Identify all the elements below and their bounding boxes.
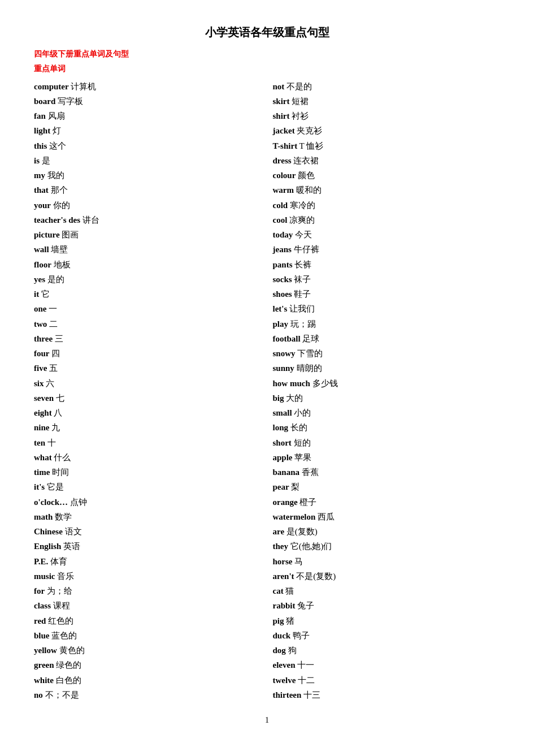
vocab-item: three 三 [34,331,262,346]
vocab-cn: 这个 [49,141,66,150]
vocab-en: is [34,156,40,165]
vocab-en: rabbit [273,601,296,610]
vocab-cn: 六 [46,379,54,388]
vocab-en: banana [273,468,300,477]
vocab-item: duck 鸭子 [273,628,501,643]
vocab-cn: 玩；踢 [290,319,316,329]
vocab-item: cat 猫 [273,584,501,598]
vocab-cn: 十二 [298,676,315,685]
vocab-en: yellow [34,646,57,655]
vocab-en: are [273,527,285,536]
vocab-item: eight 八 [34,405,262,420]
vocab-cn: 夹克衫 [297,126,322,135]
left-column: computer 计算机board 写字板fan 风扇light 灯this 这… [34,79,262,703]
vocab-en: small [273,408,292,417]
vocab-en: your [34,201,51,210]
vocab-en: picture [34,230,60,239]
vocab-en: today [273,230,293,239]
vocab-en: T-shirt [273,141,298,150]
vocab-en: one [34,304,47,313]
vocab-en: nine [34,423,50,432]
vocab-cn: 九 [51,423,60,432]
vocab-cn: 短裙 [292,97,309,106]
vocab-item: white 白色的 [34,673,262,688]
vocab-en: apple [273,453,293,462]
section-title: 四年级下册重点单词及句型 [34,47,500,61]
vocab-cn: 长的 [290,423,307,432]
vocab-item: music 音乐 [34,569,262,584]
vocab-en: time [34,468,50,477]
vocab-cn: 蓝色的 [51,631,77,640]
vocab-cn: 你的 [53,201,70,210]
vocab-cn: 十 [47,438,56,447]
vocab-en: pear [273,482,289,491]
vocab-item: eleven 十一 [273,658,501,672]
vocab-cn: 二 [49,319,58,329]
vocab-cn: 讲台 [83,215,99,224]
vocab-item: sunny 晴朗的 [273,361,501,375]
vocab-item: rabbit 兔子 [273,598,501,613]
vocab-cn: 十一 [297,660,314,669]
vocab-item: what 什么 [34,450,262,465]
vocab-item: today 今天 [273,227,501,242]
vocab-item: green 绿色的 [34,658,262,672]
vocab-item: is 是 [34,153,262,168]
vocab-cn: 图画 [62,230,79,239]
vocab-en: pants [273,260,293,269]
vocab-item: nine 九 [34,420,262,435]
vocab-cn: 凉爽的 [289,215,315,224]
vocab-item: it's 它是 [34,479,262,494]
vocab-cn: 狗 [288,646,297,655]
vocab-item: computer 计算机 [34,79,262,94]
vocab-cn: 小的 [294,408,311,417]
vocab-en: six [34,379,44,388]
vocab-item: Chinese 语文 [34,524,262,539]
vocab-en: short [273,438,292,447]
sub-title: 重点单词 [34,62,500,76]
vocab-en: dog [273,646,286,655]
vocab-cn: 白色的 [56,676,81,685]
vocab-item: pants 长裤 [273,257,501,272]
vocab-en: shirt [273,111,290,120]
vocab-en: watermelon [273,512,316,521]
vocab-item: dress 连衣裙 [273,153,501,168]
vocab-item: blue 蓝色的 [34,628,262,643]
vocab-en: long [273,423,289,432]
vocab-cn: 计算机 [71,82,96,91]
vocab-cn: 苹果 [294,453,311,462]
vocab-cn: 我的 [47,171,64,180]
vocab-en: wall [34,245,49,254]
vocab-en: light [34,126,50,135]
vocab-cn: 是 [42,156,50,165]
vocab-cn: 四 [51,349,60,358]
vocab-en: cat [273,586,284,595]
vocab-en: play [273,319,289,329]
vocab-en: dress [273,156,292,165]
vocab-item: thirteen 十三 [273,688,501,702]
vocab-item: English 英语 [34,539,262,554]
vocab-cn: 灯 [53,126,61,135]
vocab-en: warm [273,185,294,195]
vocab-cn: 它 [41,290,50,299]
vocab-item: aren't 不是(复数) [273,569,501,584]
vocab-cn: 绿色的 [56,660,81,669]
vocab-item: not 不是的 [273,79,501,94]
vocab-item: one 一 [34,301,262,316]
vocab-cn: 橙子 [299,498,316,507]
vocab-en: for [34,586,45,595]
vocab-cn: 是的 [47,275,64,284]
vocab-cn: 鸭子 [293,631,310,640]
vocab-item: pig 猪 [273,614,501,628]
vocab-item: snowy 下雪的 [273,346,501,361]
vocab-item: watermelon 西瓜 [273,509,501,524]
vocab-cn: 足球 [302,334,319,343]
vocab-item: shirt 衬衫 [273,109,501,123]
vocab-en: no [34,690,43,699]
vocab-item: fan 风扇 [34,109,262,123]
vocab-cn: T 恤衫 [299,141,324,150]
vocab-en: computer [34,82,69,91]
vocab-en: snowy [273,349,296,358]
vocab-item: small 小的 [273,405,501,420]
vocab-cn: 点钟 [70,498,87,507]
vocab-item: wall 墙壁 [34,242,262,257]
